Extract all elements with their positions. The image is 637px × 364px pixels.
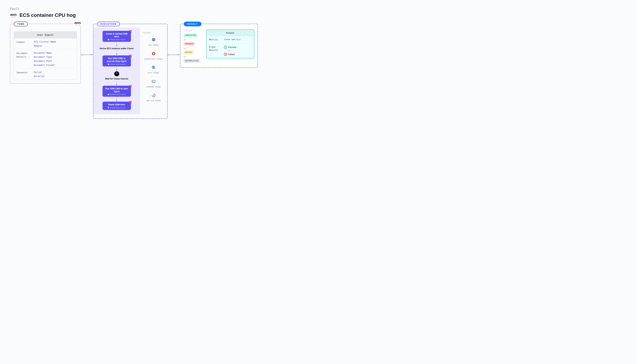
input-item: Document Path — [34, 60, 55, 62]
metrics-label: Metrics — [209, 38, 221, 41]
svg-point-7 — [153, 95, 154, 96]
or-separator: OR — [184, 56, 203, 58]
probe-k8s: K8S PROBE — [142, 36, 166, 46]
fault-label: Fault — [10, 7, 627, 10]
section-label: Common — [17, 40, 31, 47]
status-errored-badge: ERRORED — [184, 42, 195, 46]
privilege-note: +Privilege access required — [105, 39, 129, 40]
connector-arrow — [81, 54, 93, 56]
passed-label: Passed — [228, 46, 236, 48]
or-separator: OR — [184, 39, 203, 41]
metrics-value: chaos metrics — [224, 38, 241, 41]
inputs-card-title: User Inputs — [14, 32, 77, 38]
step-title: Run SSM CMD to execute Stop Agent — [105, 57, 129, 63]
probe-srm-slo: SRM SLO PROBE — [142, 92, 166, 102]
input-item: Document Format — [34, 64, 55, 66]
status-queued-badge: QUEUED — [184, 50, 194, 54]
connector-arrow — [168, 54, 180, 56]
svg-rect-5 — [152, 80, 155, 83]
probe-prometheus: PROMETHEUS PROBE — [142, 50, 166, 60]
tune-panel: TUNE aws User Inputs Common ECS Cluster … — [10, 24, 81, 84]
probe-http: HTTP PROBE — [142, 64, 166, 74]
gauge-icon — [152, 93, 156, 97]
page-header: Fault aws ECS container CPU hog — [10, 7, 627, 18]
probe-command: COMMAND PROBE — [142, 78, 166, 88]
step-title: Create & Upload SSM docs — [105, 32, 129, 38]
step-title: Run SSM CMD to start Agent — [105, 88, 129, 93]
probe-label: K8S PROBE — [149, 44, 159, 46]
probe-label: PROMETHEUS PROBE — [145, 58, 163, 60]
status-title: STATUS — [184, 30, 203, 31]
input-item: Document Type — [34, 56, 55, 58]
input-item: Region — [34, 44, 56, 47]
check-icon: ✓ — [224, 46, 227, 49]
or-separator: OR — [228, 50, 236, 52]
probes-column: PROBES K8S PROBE PROMETHEUS PROBE HTTP P… — [140, 30, 167, 114]
svg-point-2 — [153, 40, 154, 40]
section-label: Sequence — [17, 71, 31, 78]
status-column: STATUS COMPLETED OR ERRORED OR QUEUED OR… — [184, 30, 203, 64]
clock-icon — [114, 71, 119, 76]
privilege-note: +Privilege access required — [105, 94, 129, 95]
privilege-note: +Privilege access required — [105, 107, 129, 108]
k8s-icon — [152, 38, 156, 42]
step-run-ssm-stop: Run SSM CMD to execute Stop Agent +Privi… — [103, 56, 131, 66]
section-label: Document Details — [17, 52, 31, 66]
output-metrics-row: Metrics chaos metrics — [207, 36, 254, 44]
user-inputs-card: User Inputs Common ECS Cluster Name Regi… — [14, 32, 77, 80]
input-item: Document Name — [34, 52, 55, 54]
step-title: Delete SSM docs — [105, 104, 129, 106]
ribbon-icon — [129, 55, 132, 58]
probe-label: HTTP PROBE — [148, 72, 159, 74]
result-panel: RESULT STATUS COMPLETED OR ERRORED OR QU… — [180, 24, 258, 68]
privilege-note: +Privilege access required — [105, 64, 129, 65]
input-item: ECS Cluster Name — [34, 40, 56, 43]
inputs-section-sequence: Sequence Serial Parallel — [14, 69, 77, 80]
globe-icon — [152, 65, 156, 70]
probe-label: SRM SLO PROBE — [146, 100, 161, 102]
aws-logo-icon: aws — [73, 21, 82, 26]
inputs-section-common: Common ECS Cluster Name Region — [14, 38, 77, 50]
execution-panel: EXECUTION Create & Upload SSM docs +Priv… — [93, 24, 168, 119]
status-incompleted-badge: INCOMPLETED — [184, 59, 200, 63]
probes-title: PROBES — [142, 32, 166, 34]
prometheus-icon — [152, 52, 156, 56]
ribbon-icon — [129, 85, 132, 88]
ribbon-icon — [129, 30, 132, 33]
probe-results-label: Probe Results — [209, 46, 221, 52]
probe-label: COMMAND PROBE — [146, 86, 161, 88]
output-title: Output — [207, 30, 254, 36]
step-delete-ssm: Delete SSM docs +Privilege access requir… — [103, 102, 131, 110]
flow-arrow-icon — [117, 97, 117, 101]
terminal-icon — [152, 79, 156, 84]
execution-flow: Create & Upload SSM docs +Privilege acce… — [94, 28, 140, 114]
or-separator: OR — [184, 48, 203, 50]
output-probe-results-row: Probe Results ✓ Passed OR ✕ Failed — [207, 44, 254, 58]
flow-arrow-icon — [117, 42, 117, 46]
inputs-section-document: Document Details Document Name Document … — [14, 50, 77, 69]
tune-label: TUNE — [14, 22, 28, 26]
step-create-upload-ssm: Create & Upload SSM docs +Privilege acce… — [103, 31, 131, 42]
probe-result-failed: ✕ Failed — [224, 53, 236, 56]
output-card: Output Metrics chaos metrics Probe Resul… — [206, 30, 254, 58]
diagram-container: TUNE aws User Inputs Common ECS Cluster … — [10, 24, 627, 119]
page-title: ECS container CPU hog — [20, 12, 76, 18]
input-item: Serial — [34, 71, 45, 74]
step-run-ssm-start: Run SSM CMD to start Agent +Privilege ac… — [103, 86, 131, 97]
failed-label: Failed — [228, 53, 235, 56]
input-item: Parallel — [34, 75, 45, 78]
aws-logo-icon: aws — [10, 13, 17, 18]
result-label: RESULT — [184, 22, 201, 26]
flow-arrow-icon — [117, 67, 117, 71]
flow-arrow-icon — [117, 51, 117, 55]
flow-arrow-icon — [117, 81, 117, 85]
ribbon-icon — [129, 101, 132, 104]
status-completed-badge: COMPLETED — [184, 34, 198, 37]
execution-label: EXECUTION — [97, 22, 120, 26]
step-wait-chaos: Wait for Chaos Interval — [105, 77, 128, 81]
probe-result-passed: ✓ Passed — [224, 46, 236, 49]
x-icon: ✕ — [224, 53, 227, 56]
step-derive-ec2: Derive EC2 instance under Chaos — [100, 47, 134, 50]
